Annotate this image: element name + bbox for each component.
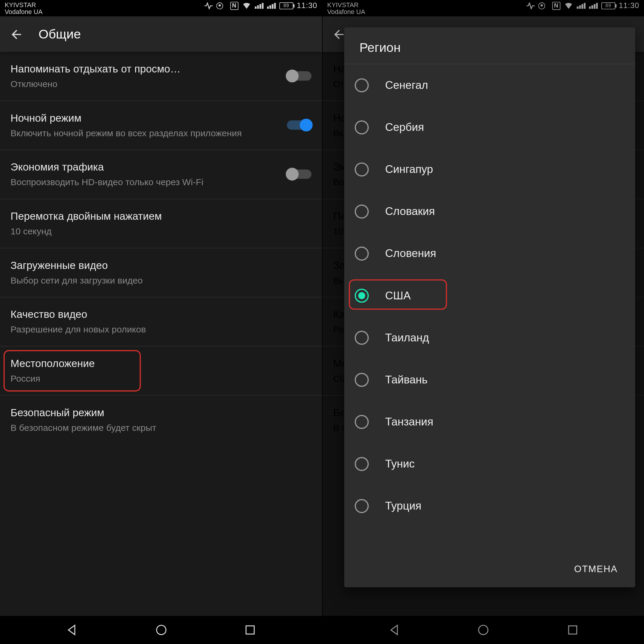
battery-icon: 89 [601, 2, 615, 9]
carrier-1: KYIVSTAR [5, 1, 43, 8]
radio-icon [355, 120, 369, 134]
setting-title: Ночной режим [10, 111, 275, 125]
back-button[interactable] [5, 22, 28, 46]
setting-title: Экономия трафика [10, 160, 275, 174]
option-label: Танзания [385, 416, 434, 428]
nav-recent[interactable] [555, 618, 590, 642]
app-bar: Общие [0, 16, 322, 52]
setting-break-reminder[interactable]: Напоминать отдыхать от просмо… Отключено [0, 52, 322, 101]
nav-recent[interactable] [233, 618, 268, 642]
navigation-bar [0, 616, 322, 644]
setting-title: Напоминать отдыхать от просмо… [10, 62, 275, 76]
football-icon [538, 2, 545, 9]
region-option-tanzania[interactable]: Танзания [344, 401, 635, 443]
carrier-2: Vodafone UA [5, 8, 43, 15]
region-option-thailand[interactable]: Таиланд [344, 317, 635, 359]
carrier-2: Vodafone UA [327, 8, 365, 15]
navigation-bar [323, 616, 644, 644]
setting-video-quality[interactable]: Качество видео Разрешение для новых роли… [0, 298, 322, 347]
nfc-icon: N [552, 1, 560, 10]
region-option-taiwan[interactable]: Тайвань [344, 359, 635, 401]
toggle-night-mode[interactable] [287, 120, 311, 130]
status-bar: KYIVSTAR Vodafone UA N 89 11:30 [323, 0, 644, 16]
option-label: Турция [385, 500, 422, 513]
setting-title: Местоположение [10, 357, 311, 371]
signal-2-icon [267, 3, 276, 9]
radio-icon [355, 373, 369, 387]
setting-title: Загруженные видео [10, 258, 311, 272]
radio-icon [355, 415, 369, 429]
football-icon [216, 2, 223, 9]
svg-rect-7 [568, 626, 576, 634]
option-label: Таиланд [385, 331, 429, 344]
dialog-actions: ОТМЕНА [344, 553, 635, 587]
setting-location[interactable]: Местоположение Россия [0, 346, 322, 396]
triangle-back-icon [66, 624, 78, 636]
clock: 11:30 [619, 1, 640, 10]
page-title: Общие [38, 27, 81, 42]
region-option-slovenia[interactable]: Словения [344, 233, 635, 275]
region-option-usa[interactable]: США [344, 275, 635, 317]
signal-2-icon [589, 3, 598, 9]
radio-icon [355, 205, 369, 219]
status-bar: KYIVSTAR Vodafone UA N 89 11:30 [0, 0, 322, 16]
arrow-left-icon [9, 27, 23, 41]
setting-night-mode[interactable]: Ночной режим Включить ночной режим во вс… [0, 101, 322, 150]
square-recent-icon [567, 625, 578, 635]
setting-downloaded-videos[interactable]: Загруженные видео Выбор сети для загрузк… [0, 248, 322, 298]
svg-rect-3 [246, 626, 254, 634]
radio-icon [355, 162, 369, 177]
option-label: Тунис [385, 458, 415, 470]
setting-safe-mode[interactable]: Безопасный режим В безопасном режиме буд… [0, 396, 322, 444]
square-recent-icon [245, 625, 256, 635]
region-option-senegal[interactable]: Сенегал [344, 64, 635, 106]
nav-back[interactable] [377, 618, 412, 642]
region-option-list[interactable]: Сенегал Сербия Сингапур Словакия Словени… [344, 64, 635, 554]
settings-list: Напоминать отдыхать от просмо… Отключено… [0, 52, 322, 616]
circle-home-icon [477, 624, 489, 636]
nav-home[interactable] [466, 618, 501, 642]
setting-subtitle: В безопасном режиме будет скрыт [10, 421, 311, 434]
setting-title: Перемотка двойным нажатием [10, 209, 311, 223]
option-label: Сенегал [385, 79, 428, 92]
nfc-icon: N [230, 1, 238, 10]
region-option-tunisia[interactable]: Тунис [344, 443, 635, 485]
cancel-button[interactable]: ОТМЕНА [568, 559, 623, 579]
svg-marker-1 [219, 4, 221, 6]
svg-marker-5 [541, 4, 543, 6]
activity-icon [205, 2, 213, 9]
setting-subtitle: 10 секунд [10, 225, 311, 237]
nav-home[interactable] [143, 618, 179, 642]
setting-data-saver[interactable]: Экономия трафика Воспроизводить HD-видео… [0, 150, 322, 199]
radio-icon [355, 499, 369, 513]
wifi-icon [564, 2, 573, 9]
battery-icon: 89 [279, 2, 293, 9]
radio-icon [355, 78, 369, 92]
region-option-singapore[interactable]: Сингапур [344, 148, 635, 191]
option-label: США [385, 289, 411, 302]
region-option-turkey[interactable]: Турция [344, 485, 635, 527]
setting-double-tap-seek[interactable]: Перемотка двойным нажатием 10 секунд [0, 199, 322, 248]
setting-title: Качество видео [10, 307, 311, 321]
clock: 11:30 [297, 1, 318, 10]
toggle-data-saver[interactable] [287, 169, 311, 179]
option-label: Сербия [385, 121, 424, 134]
region-option-slovakia[interactable]: Словакия [344, 191, 635, 233]
setting-subtitle: Воспроизводить HD-видео только через Wi-… [10, 176, 275, 188]
option-label: Словения [385, 247, 436, 260]
signal-1-icon [255, 3, 263, 9]
setting-title: Безопасный режим [10, 405, 311, 419]
arrow-left-icon [332, 27, 346, 41]
region-option-serbia[interactable]: Сербия [344, 106, 635, 148]
svg-point-6 [479, 625, 488, 634]
phone-dialog: KYIVSTAR Vodafone UA N 89 11:30 [322, 0, 644, 644]
option-label: Тайвань [385, 373, 428, 386]
toggle-break-reminder[interactable] [287, 71, 311, 81]
region-dialog: Регион Сенегал Сербия Сингапур Словакия … [344, 27, 635, 587]
activity-icon [527, 2, 535, 9]
setting-subtitle: Выбор сети для загрузки видео [10, 274, 311, 286]
radio-icon [355, 331, 369, 345]
setting-subtitle: Разрешение для новых роликов [10, 323, 311, 335]
radio-icon [355, 247, 369, 261]
nav-back[interactable] [54, 618, 89, 642]
